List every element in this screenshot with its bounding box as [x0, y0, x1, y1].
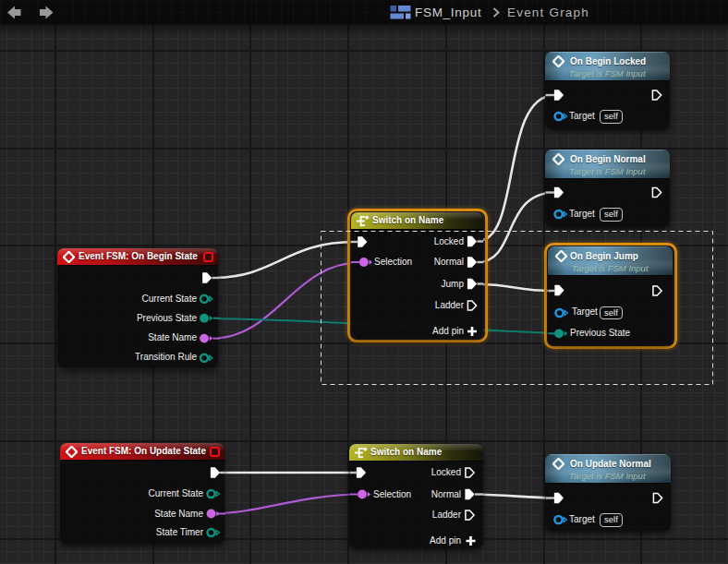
- svg-text:FSM_Input: FSM_Input: [415, 6, 481, 19]
- svg-text:Event Graph: Event Graph: [507, 6, 589, 19]
